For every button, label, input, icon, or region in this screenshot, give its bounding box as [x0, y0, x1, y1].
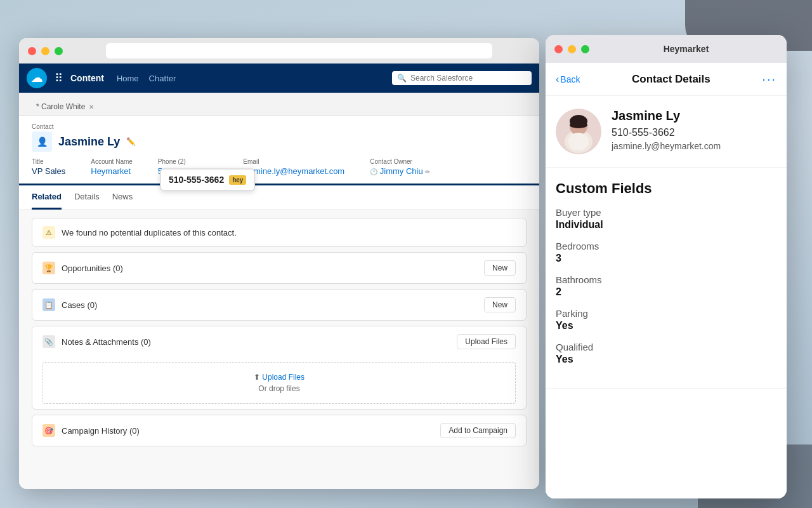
hm-contact-email: jasmine.ly@heymarket.com [612, 141, 776, 151]
avatar-image [556, 109, 601, 154]
sf-tab-close-icon[interactable]: ✕ [89, 104, 94, 110]
hm-field-qualified-value: Yes [556, 354, 776, 365]
browser-titlebar [19, 38, 539, 64]
phone-tooltip-number: 510-555-3662 [169, 175, 224, 185]
sf-notes-label: Notes & Attachments (0) [62, 337, 450, 347]
hm-field-bathrooms-label: Bathrooms [556, 274, 776, 285]
hm-contact-name: Jasmine Ly [612, 109, 776, 123]
hm-traffic-light-red[interactable] [554, 45, 563, 53]
svg-point-4 [570, 122, 587, 128]
app-launcher-icon[interactable]: ⠿ [55, 71, 63, 85]
hm-field-bedrooms-value: 3 [556, 253, 776, 264]
sf-tab-news[interactable]: News [112, 185, 133, 210]
sf-campaign-card: 🎯 Campaign History (0) Add to Campaign [32, 415, 527, 446]
sf-campaign-add-button[interactable]: Add to Campaign [440, 423, 516, 438]
sf-field-owner-label: Contact Owner [370, 158, 430, 165]
sf-contact-object-icon: 👤 [32, 131, 52, 152]
sf-app-name: Content [70, 73, 104, 83]
sf-contact-name-row: 👤 Jasmine Ly ✏️ [32, 131, 527, 152]
hm-field-parking: Parking Yes [556, 308, 776, 331]
sf-field-owner-value[interactable]: 🕐 Jimmy Chiu ✏ [370, 166, 430, 176]
sf-opportunities-label: Opportunities (0) [62, 264, 478, 273]
hm-field-bedrooms-label: Bedrooms [556, 241, 776, 251]
sf-campaign-label: Campaign History (0) [62, 426, 434, 436]
sf-opportunities-card: 🏆 Opportunities (0) New [32, 252, 527, 284]
sf-field-title-value: VP Sales [32, 166, 65, 176]
sf-opportunities-row: 🏆 Opportunities (0) New [32, 253, 526, 283]
phone-tooltip[interactable]: 510-555-3662 hey [160, 168, 255, 191]
sf-field-owner: Contact Owner 🕐 Jimmy Chiu ✏ [370, 158, 430, 176]
sf-duplicate-notice-row: ⚠ We found no potential duplicates of th… [32, 218, 526, 246]
hm-field-parking-label: Parking [556, 308, 776, 319]
sf-cases-new-button[interactable]: New [484, 297, 516, 312]
sf-field-title: Title VP Sales [32, 158, 65, 176]
hm-back-button[interactable]: ‹ Back [556, 74, 580, 85]
alert-icon: ⚠ [43, 226, 55, 239]
traffic-light-green[interactable] [55, 47, 63, 55]
hm-field-parking-value: Yes [556, 320, 776, 331]
sf-field-email-value[interactable]: jasmine.ly@heymarket.com [243, 166, 344, 176]
sf-contact-header: Contact 👤 Jasmine Ly ✏️ Title VP Sales A… [19, 116, 539, 185]
hm-field-qualified: Qualified Yes [556, 342, 776, 365]
sf-nav-chatter[interactable]: Chatter [149, 74, 176, 83]
sf-notes-card: 📎 Notes & Attachments (0) Upload Files ⬆… [32, 326, 527, 410]
hm-window-title: Heymarket [594, 44, 778, 54]
sf-upload-drop-area[interactable]: ⬆ Upload Files Or drop files [43, 362, 516, 404]
sf-opportunities-new-button[interactable]: New [484, 260, 516, 276]
sf-contact-name: Jasmine Ly [58, 135, 120, 149]
sf-object-label: Contact [32, 123, 527, 130]
sf-tab-active[interactable]: * Carole White ✕ [27, 98, 103, 115]
sf-field-email-label: Email [243, 158, 344, 165]
sf-logo: ☁ [27, 68, 47, 88]
salesforce-browser-window: ☁ ⠿ Content Home Chatter 🔍 * Carole Whit… [19, 38, 539, 489]
sf-upload-link[interactable]: ⬆ Upload Files [53, 373, 505, 382]
hm-contact-details: Jasmine Ly 510-555-3662 jasmine.ly@heyma… [612, 109, 776, 151]
hm-field-buyer-type-label: Buyer type [556, 207, 776, 218]
hm-more-button[interactable]: ··· [762, 72, 776, 86]
sf-related-content: ⚠ We found no potential duplicates of th… [19, 210, 539, 489]
sf-drop-label: Or drop files [53, 384, 505, 393]
sf-tab-related[interactable]: Related [32, 185, 62, 210]
hm-traffic-light-yellow[interactable] [568, 45, 576, 53]
sf-tabbar: * Carole White ✕ [19, 93, 539, 116]
cases-icon: 📋 [43, 298, 55, 311]
sf-field-phone-label: Phone (2) [158, 158, 218, 165]
hm-field-buyer-type: Buyer type Individual [556, 207, 776, 231]
hm-custom-fields-title: Custom Fields [556, 180, 776, 197]
campaign-icon: 🎯 [43, 424, 55, 437]
sf-field-title-label: Title [32, 158, 65, 165]
sf-navbar: ☁ ⠿ Content Home Chatter 🔍 [19, 64, 539, 93]
sf-notes-upload-button[interactable]: Upload Files [457, 334, 516, 349]
hm-contact-phone: 510-555-3662 [612, 127, 776, 138]
hm-detail-header: ‹ Back Contact Details ··· [546, 63, 787, 96]
hm-field-qualified-label: Qualified [556, 342, 776, 352]
address-bar[interactable] [106, 43, 492, 58]
chevron-left-icon: ‹ [556, 74, 559, 85]
sf-nav-home[interactable]: Home [117, 74, 139, 83]
hm-content: ‹ Back Contact Details ··· [546, 63, 787, 498]
sf-cases-row: 📋 Cases (0) New [32, 290, 526, 320]
hm-avatar [556, 109, 601, 154]
sf-tab-label: * Carole White [36, 102, 85, 111]
hm-field-buyer-type-value: Individual [556, 219, 776, 231]
search-input[interactable] [410, 74, 527, 83]
ellipsis-icon: ··· [762, 72, 776, 86]
sf-tab-details[interactable]: Details [74, 185, 100, 210]
sf-duplicate-notice-text: We found no potential duplicates of this… [62, 228, 516, 237]
hm-traffic-light-green[interactable] [581, 45, 589, 53]
sf-contact-action-icon[interactable]: ✏️ [126, 137, 136, 146]
notes-icon: 📎 [43, 335, 55, 348]
hm-titlebar: Heymarket [546, 35, 787, 63]
sf-cases-card: 📋 Cases (0) New [32, 289, 527, 321]
traffic-light-yellow[interactable] [41, 47, 49, 55]
hm-field-bedrooms: Bedrooms 3 [556, 241, 776, 264]
sf-contact-fields: Title VP Sales Account Name Heymarket Ph… [32, 158, 527, 184]
sf-nav-links: Home Chatter [117, 74, 176, 83]
hm-field-bathrooms-value: 2 [556, 286, 776, 298]
hm-contact-info-section: Jasmine Ly 510-555-3662 jasmine.ly@heyma… [546, 96, 787, 168]
sf-field-account-label: Account Name [91, 158, 133, 165]
sf-search-bar[interactable]: 🔍 [392, 71, 532, 85]
search-icon: 🔍 [397, 74, 407, 83]
sf-field-account-value[interactable]: Heymarket [91, 166, 133, 176]
traffic-light-red[interactable] [28, 47, 36, 55]
